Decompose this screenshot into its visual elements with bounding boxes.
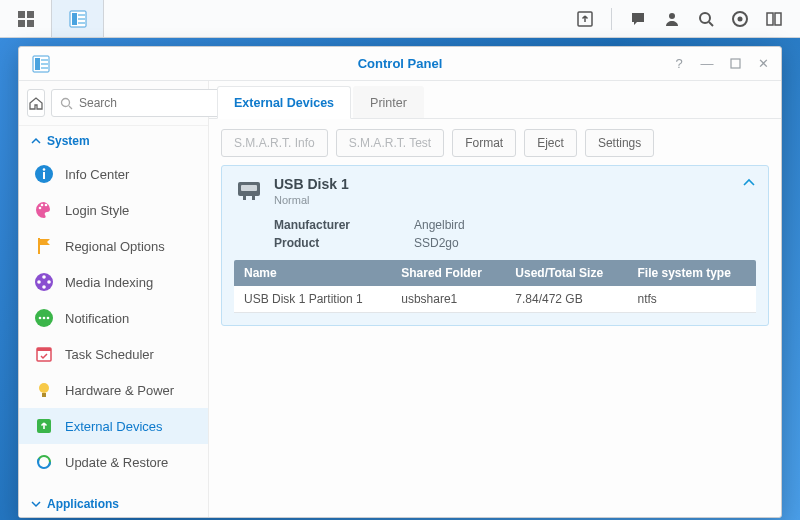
os-taskbar bbox=[0, 0, 800, 38]
col-fs: File system type bbox=[627, 260, 756, 286]
sidebar-item-label: Task Scheduler bbox=[65, 347, 154, 362]
control-panel-window: Control Panel ? — ✕ System bbox=[18, 46, 782, 518]
tab-bar: External Devices Printer bbox=[209, 81, 781, 119]
format-button[interactable]: Format bbox=[452, 129, 516, 157]
svg-rect-24 bbox=[43, 172, 45, 179]
svg-rect-17 bbox=[35, 58, 40, 70]
svg-point-11 bbox=[700, 13, 710, 23]
tab-external-devices[interactable]: External Devices bbox=[217, 86, 351, 119]
svg-point-38 bbox=[47, 317, 50, 320]
partition-shared: usbshare1 bbox=[391, 286, 505, 313]
svg-rect-15 bbox=[775, 13, 781, 25]
svg-point-32 bbox=[37, 280, 41, 284]
svg-point-41 bbox=[39, 383, 49, 393]
svg-rect-7 bbox=[78, 18, 85, 20]
manufacturer-label: Manufacturer bbox=[274, 218, 414, 232]
col-name: Name bbox=[234, 260, 391, 286]
svg-rect-6 bbox=[78, 14, 85, 16]
table-row[interactable]: USB Disk 1 Partition 1 usbshare1 7.84/47… bbox=[234, 286, 756, 313]
svg-point-13 bbox=[738, 16, 743, 21]
external-disk-icon bbox=[234, 176, 264, 206]
sidebar-item-label: External Devices bbox=[65, 419, 163, 434]
panels-icon[interactable] bbox=[764, 9, 784, 29]
chevron-down-icon bbox=[31, 499, 41, 509]
svg-rect-3 bbox=[27, 20, 34, 27]
svg-rect-1 bbox=[27, 11, 34, 18]
sidebar-item-label: Notification bbox=[65, 311, 129, 326]
chat-icon[interactable] bbox=[628, 9, 648, 29]
collapse-button[interactable] bbox=[742, 176, 756, 190]
col-size: Used/Total Size bbox=[505, 260, 627, 286]
svg-rect-2 bbox=[18, 20, 25, 27]
taskbar-apps-button[interactable] bbox=[0, 0, 52, 37]
eject-button[interactable]: Eject bbox=[524, 129, 577, 157]
svg-rect-20 bbox=[41, 67, 48, 69]
smart-info-button[interactable]: S.M.A.R.T. Info bbox=[221, 129, 328, 157]
svg-rect-19 bbox=[41, 63, 48, 65]
sidebar-item-task-scheduler[interactable]: Task Scheduler bbox=[19, 336, 208, 372]
svg-point-33 bbox=[47, 280, 51, 284]
chevron-up-icon bbox=[31, 136, 41, 146]
refresh-icon bbox=[33, 451, 55, 473]
window-title: Control Panel bbox=[19, 56, 781, 71]
partition-size: 7.84/472 GB bbox=[505, 286, 627, 313]
sidebar-item-label: Update & Restore bbox=[65, 455, 168, 470]
close-button[interactable]: ✕ bbox=[755, 56, 771, 72]
toolbar: S.M.A.R.T. Info S.M.A.R.T. Test Format E… bbox=[209, 119, 781, 165]
maximize-button[interactable] bbox=[727, 56, 743, 72]
svg-rect-29 bbox=[38, 238, 40, 254]
category-system-toggle[interactable]: System bbox=[19, 126, 208, 154]
sidebar-item-label: Info Center bbox=[65, 167, 129, 182]
svg-point-10 bbox=[669, 13, 675, 19]
sidebar-item-info-center[interactable]: Info Center bbox=[19, 156, 208, 192]
widgets-icon[interactable] bbox=[730, 9, 750, 29]
category-label: System bbox=[47, 134, 90, 148]
svg-rect-0 bbox=[18, 11, 25, 18]
svg-rect-46 bbox=[243, 196, 246, 200]
tab-printer[interactable]: Printer bbox=[353, 86, 424, 118]
sidebar-item-regional-options[interactable]: Regional Options bbox=[19, 228, 208, 264]
sidebar-item-external-devices[interactable]: External Devices bbox=[19, 408, 208, 444]
app-icon bbox=[27, 50, 55, 78]
svg-rect-40 bbox=[37, 348, 51, 351]
svg-point-26 bbox=[39, 207, 42, 210]
svg-rect-8 bbox=[78, 22, 85, 24]
home-button[interactable] bbox=[27, 89, 45, 117]
svg-rect-18 bbox=[41, 59, 48, 61]
category-label: Applications bbox=[47, 497, 119, 511]
sidebar-item-hardware-power[interactable]: Hardware & Power bbox=[19, 372, 208, 408]
partition-name: USB Disk 1 Partition 1 bbox=[234, 286, 391, 313]
upload-icon[interactable] bbox=[575, 9, 595, 29]
minimize-button[interactable]: — bbox=[699, 56, 715, 72]
search-input[interactable] bbox=[79, 96, 229, 110]
sidebar-item-update-restore[interactable]: Update & Restore bbox=[19, 444, 208, 480]
disk-card: USB Disk 1 Normal Manufacturer Angelbird bbox=[221, 165, 769, 326]
sidebar-item-notification[interactable]: Notification bbox=[19, 300, 208, 336]
help-button[interactable]: ? bbox=[671, 56, 687, 72]
search-icon[interactable] bbox=[696, 9, 716, 29]
product-value: SSD2go bbox=[414, 236, 459, 250]
palette-icon bbox=[33, 199, 55, 221]
sidebar-item-media-indexing[interactable]: Media Indexing bbox=[19, 264, 208, 300]
flag-icon bbox=[33, 235, 55, 257]
settings-button[interactable]: Settings bbox=[585, 129, 654, 157]
sidebar-item-label: Hardware & Power bbox=[65, 383, 174, 398]
category-applications-toggle[interactable]: Applications bbox=[19, 489, 208, 517]
sidebar: System Info Center Login Style Regional … bbox=[19, 81, 209, 517]
chat-bubble-icon bbox=[33, 307, 55, 329]
smart-test-button[interactable]: S.M.A.R.T. Test bbox=[336, 129, 444, 157]
sidebar-item-label: Regional Options bbox=[65, 239, 165, 254]
sidebar-item-login-style[interactable]: Login Style bbox=[19, 192, 208, 228]
content-area: External Devices Printer S.M.A.R.T. Info… bbox=[209, 81, 781, 517]
svg-point-27 bbox=[41, 204, 44, 207]
svg-rect-47 bbox=[252, 196, 255, 200]
window-titlebar: Control Panel ? — ✕ bbox=[19, 47, 781, 81]
taskbar-control-panel-button[interactable] bbox=[52, 0, 104, 37]
svg-rect-5 bbox=[72, 13, 77, 25]
user-icon[interactable] bbox=[662, 9, 682, 29]
svg-rect-42 bbox=[42, 393, 46, 397]
svg-rect-14 bbox=[767, 13, 773, 25]
partition-fs: ntfs bbox=[627, 286, 756, 313]
search-icon bbox=[60, 97, 73, 110]
partition-table: Name Shared Folder Used/Total Size File … bbox=[234, 260, 756, 313]
